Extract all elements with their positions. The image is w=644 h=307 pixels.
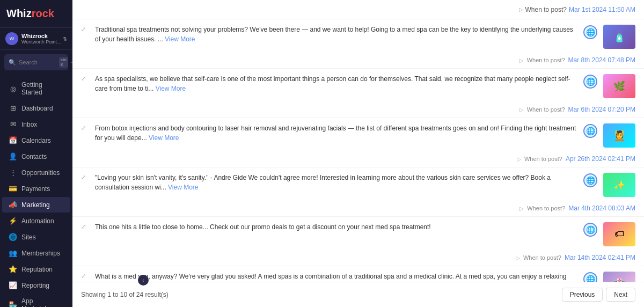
view-more-link[interactable]: View More — [153, 85, 186, 92]
post-date: Apr 26th 2024 02:41 PM — [566, 155, 635, 163]
sidebar-icon-contacts: 👤 — [9, 152, 17, 160]
sidebar-item-calendars[interactable]: 📅Calendars — [2, 133, 70, 148]
sidebar-item-sites[interactable]: 🌐Sites — [2, 229, 70, 245]
sidebar-label-payments: Payments — [21, 185, 50, 193]
next-button[interactable]: Next — [606, 288, 635, 302]
results-count: Showing 1 to 10 of 24 result(s) — [81, 291, 169, 298]
expand-icon[interactable]: ⤢ — [81, 273, 90, 280]
post-globe: 🌐 — [583, 173, 598, 188]
sidebar-icon-getting-started: ◎ — [9, 85, 17, 93]
sidebar-icon-marketing: 📣 — [9, 201, 17, 209]
view-more-link[interactable]: View More — [147, 134, 179, 142]
when-label: When to post? — [525, 6, 567, 13]
sidebar-icon-inbox: ✉ — [9, 120, 17, 128]
search-icon: 🔍 — [9, 59, 16, 66]
sidebar-item-reporting[interactable]: 📈Reporting — [2, 277, 70, 293]
post-thumbnail: 🏥 — [603, 272, 635, 282]
post-text: As spa specialists, we believe that self… — [95, 74, 577, 93]
sidebar-label-contacts: Contacts — [21, 153, 47, 160]
sidebar-icon-app-marketplace: 🏪 — [9, 301, 17, 308]
post-globe: 🌐 — [583, 123, 598, 138]
globe-icon: 🌐 — [583, 173, 597, 187]
post-globe: 🌐 — [583, 74, 598, 89]
sidebar-item-memberships[interactable]: 👥Memberships — [2, 245, 70, 261]
thumb-icon: ✨ — [603, 173, 635, 197]
globe-icon: 🌐 — [583, 272, 597, 282]
search-input[interactable] — [19, 59, 56, 65]
post-meta: ▷ When to post? Mar 4th 2024 08:03 AM — [72, 202, 644, 216]
sidebar-item-payments[interactable]: 💳Payments — [2, 181, 70, 196]
expand-icon[interactable]: ⤢ — [81, 174, 90, 181]
search-shortcut: ctrl K — [59, 57, 68, 68]
thumb-icon: 🏷 — [603, 222, 635, 246]
post-thumbnail: ✨ — [603, 173, 635, 197]
post-text: "Loving your skin isn't vanity, it's san… — [95, 173, 577, 192]
expand-icon[interactable]: ⤢ — [81, 125, 90, 131]
sidebar-collapse-btn[interactable]: ‹ — [138, 275, 149, 286]
logo-rock: rock — [32, 8, 54, 19]
post-content: ⤢ "Loving your skin isn't vanity, it's s… — [72, 167, 644, 202]
search-bar[interactable]: 🔍 ctrl K + — [4, 54, 68, 70]
main-content: ▷ When to post? Mar 1st 2024 11:50 AM ⤢ … — [72, 0, 644, 307]
post-meta: ▷ When to post? Mar 6th 2024 07:20 PM — [72, 104, 644, 118]
post-thumbnail: 🌿 — [603, 74, 635, 98]
prev-button[interactable]: Previous — [562, 288, 603, 302]
sidebar-icon-calendars: 📅 — [9, 136, 17, 144]
post-row: ⤢ What is a med spa, anyway? We're very … — [72, 266, 644, 282]
account-name: Whizrock — [21, 33, 63, 39]
sidebar-item-automation[interactable]: ⚡Automation — [2, 213, 70, 229]
post-thumbnail: 💆 — [603, 123, 635, 148]
when-to-post-label: When to post? — [527, 57, 565, 63]
post-content: ⤢ Traditional spa treatments not solving… — [72, 19, 644, 54]
sidebar-icon-reporting: 📈 — [9, 281, 17, 289]
expand-icon[interactable]: ⤢ — [81, 26, 90, 33]
sidebar-item-marketing[interactable]: 📣Marketing — [2, 197, 70, 213]
topbar: ▷ When to post? Mar 1st 2024 11:50 AM — [72, 0, 644, 19]
view-more-link[interactable]: View More — [166, 184, 199, 191]
sidebar-label-inbox: Inbox — [21, 121, 37, 128]
sidebar-item-opportunities[interactable]: ⋮Opportunities — [2, 165, 70, 180]
view-more-link[interactable]: View More — [163, 35, 195, 43]
post-row: ⤢ As spa specialists, we believe that se… — [72, 69, 644, 118]
post-globe: 🌐 — [583, 272, 598, 282]
when-to-post-label: When to post? — [523, 254, 561, 261]
sidebar-item-dashboard[interactable]: ⊞Dashboard — [2, 100, 70, 116]
thumb-icon: 💆 — [603, 123, 635, 148]
post-play-icon: ▷ — [517, 156, 521, 162]
post-row: ⤢ Traditional spa treatments not solving… — [72, 19, 644, 69]
account-switcher[interactable]: W Whizrock Wentworth Point, N... ⇅ — [0, 28, 72, 50]
play-icon: ▷ — [519, 6, 523, 12]
post-meta: ▷ When to post? Mar 14th 2024 02:41 PM — [72, 252, 644, 266]
sidebar-label-sites: Sites — [21, 233, 36, 241]
thumb-icon: 🏥 — [603, 272, 635, 282]
sidebar-label-memberships: Memberships — [21, 250, 60, 257]
when-to-post-label: When to post? — [527, 106, 565, 113]
sidebar-item-inbox[interactable]: ✉Inbox — [2, 116, 70, 132]
post-thumbnail: 🧴 — [603, 25, 635, 49]
sidebar: Whizrock W Whizrock Wentworth Point, N..… — [0, 0, 72, 307]
post-content: ⤢ As spa specialists, we believe that se… — [72, 69, 644, 104]
expand-icon[interactable]: ⤢ — [81, 75, 90, 82]
globe-icon: 🌐 — [583, 25, 597, 39]
chevron-ud-icon: ⇅ — [63, 36, 67, 42]
sidebar-item-getting-started[interactable]: ◎Getting Started — [2, 77, 70, 100]
topbar-date: Mar 1st 2024 11:50 AM — [569, 6, 635, 13]
sidebar-icon-payments: 💳 — [9, 185, 17, 193]
sidebar-item-app-marketplace[interactable]: 🏪App Marketplace — [2, 294, 70, 307]
globe-icon: 🌐 — [583, 223, 597, 237]
post-date: Mar 14th 2024 02:41 PM — [565, 254, 635, 261]
sidebar-label-calendars: Calendars — [21, 137, 51, 144]
post-text: Traditional spa treatments not solving y… — [95, 25, 577, 44]
sidebar-item-reputation[interactable]: ⭐Reputation — [2, 261, 70, 277]
sidebar-icon-reputation: ⭐ — [9, 265, 17, 273]
logo: Whizrock — [0, 0, 72, 28]
sidebar-item-contacts[interactable]: 👤Contacts — [2, 149, 70, 164]
sidebar-icon-dashboard: ⊞ — [9, 104, 17, 112]
post-row: ⤢ From botox injections and body contour… — [72, 118, 644, 167]
avatar: W — [5, 32, 18, 45]
sidebar-label-marketing: Marketing — [21, 201, 50, 209]
expand-icon[interactable]: ⤢ — [81, 223, 90, 230]
when-to-post-label: When to post? — [527, 205, 565, 211]
post-date: Mar 4th 2024 08:03 AM — [568, 204, 635, 212]
sidebar-icon-automation: ⚡ — [9, 217, 17, 225]
